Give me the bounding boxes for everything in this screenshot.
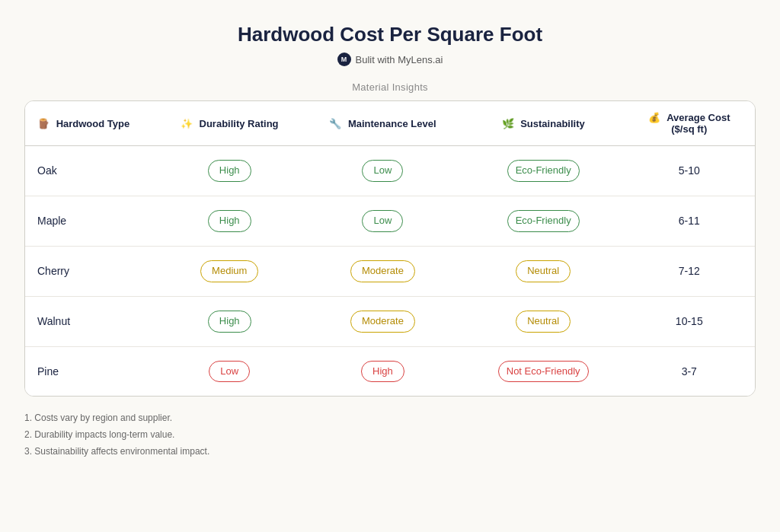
- table-header-row: 🪵 Hardwood Type ✨ Durability Rating 🔧 Ma…: [25, 101, 755, 146]
- durability-col-icon: ✨: [181, 118, 193, 129]
- footnotes: 1. Costs vary by region and supplier. 2.…: [24, 410, 756, 460]
- cell-durability-0: High: [156, 146, 302, 196]
- sustainability-badge-4: Not Eco-Friendly: [498, 361, 589, 383]
- sustainability-badge-0: Eco-Friendly: [507, 160, 580, 182]
- maintenance-col-label: Maintenance Level: [348, 118, 436, 129]
- section-label: Material Insights: [24, 81, 756, 93]
- cell-durability-1: High: [156, 196, 302, 246]
- durability-badge-0: High: [208, 160, 251, 182]
- maintenance-badge-4: High: [361, 361, 404, 383]
- durability-badge-3: High: [208, 311, 251, 333]
- col-header-durability: ✨ Durability Rating: [156, 101, 302, 146]
- built-with-text: Bulit with MyLens.ai: [356, 54, 443, 65]
- table-row: Pine Low High Not Eco-Friendly 3-7: [25, 346, 755, 396]
- sustainability-col-label: Sustainability: [520, 118, 585, 129]
- col-header-hardwood: 🪵 Hardwood Type: [25, 101, 156, 146]
- col-header-maintenance: 🔧 Maintenance Level: [302, 101, 463, 146]
- sustainability-col-icon: 🌿: [502, 118, 514, 129]
- table-body: Oak High Low Eco-Friendly 5-10 Maple Hig…: [25, 146, 755, 397]
- cell-cost-0: 5-10: [624, 146, 755, 196]
- durability-badge-2: Medium: [200, 260, 258, 282]
- hardwood-table: 🪵 Hardwood Type ✨ Durability Rating 🔧 Ma…: [25, 101, 755, 396]
- sustainability-badge-1: Eco-Friendly: [507, 210, 580, 232]
- sustainability-badge-3: Neutral: [516, 311, 571, 333]
- cell-durability-4: Low: [156, 346, 302, 396]
- page-title: Hardwood Cost Per Square Foot: [24, 23, 756, 46]
- table-row: Oak High Low Eco-Friendly 5-10: [25, 146, 755, 196]
- cost-col-label: Average Cost ($/sq ft): [667, 112, 730, 135]
- built-with-bar: M Bulit with MyLens.ai: [24, 53, 756, 66]
- cell-sustainability-0: Eco-Friendly: [463, 146, 624, 196]
- cell-sustainability-2: Neutral: [463, 246, 624, 296]
- sustainability-badge-2: Neutral: [516, 260, 571, 282]
- cell-cost-1: 6-11: [624, 196, 755, 246]
- col-header-sustainability: 🌿 Sustainability: [463, 101, 624, 146]
- table-row: Maple High Low Eco-Friendly 6-11: [25, 196, 755, 246]
- hardwood-col-icon: 🪵: [37, 118, 50, 129]
- cell-cost-4: 3-7: [624, 346, 755, 396]
- durability-col-label: Durability Rating: [200, 118, 279, 129]
- maintenance-badge-3: Moderate: [350, 311, 415, 333]
- cell-sustainability-4: Not Eco-Friendly: [463, 346, 624, 396]
- cell-name-4: Pine: [25, 346, 156, 396]
- page-container: Hardwood Cost Per Square Foot M Bulit wi…: [24, 23, 756, 460]
- cell-maintenance-2: Moderate: [302, 246, 463, 296]
- durability-badge-1: High: [208, 210, 251, 232]
- cell-maintenance-4: High: [302, 346, 463, 396]
- maintenance-col-icon: 🔧: [329, 118, 341, 129]
- maintenance-badge-2: Moderate: [350, 260, 415, 282]
- table-row: Walnut High Moderate Neutral 10-15: [25, 296, 755, 346]
- cell-name-1: Maple: [25, 196, 156, 246]
- cell-name-3: Walnut: [25, 296, 156, 346]
- maintenance-badge-0: Low: [362, 160, 403, 182]
- mylens-logo-icon: M: [337, 53, 351, 66]
- table-row: Cherry Medium Moderate Neutral 7-12: [25, 246, 755, 296]
- footnote-2: 2. Durability impacts long-term value.: [24, 427, 756, 444]
- cell-sustainability-1: Eco-Friendly: [463, 196, 624, 246]
- cell-name-0: Oak: [25, 146, 156, 196]
- col-header-cost: 💰 Average Cost ($/sq ft): [624, 101, 755, 146]
- cell-maintenance-1: Low: [302, 196, 463, 246]
- cell-durability-2: Medium: [156, 246, 302, 296]
- footnote-1: 1. Costs vary by region and supplier.: [24, 410, 756, 427]
- cell-name-2: Cherry: [25, 246, 156, 296]
- cell-cost-2: 7-12: [624, 246, 755, 296]
- footnote-3: 3. Sustainability affects environmental …: [24, 444, 756, 460]
- cell-maintenance-0: Low: [302, 146, 463, 196]
- data-table-wrapper: 🪵 Hardwood Type ✨ Durability Rating 🔧 Ma…: [24, 100, 756, 397]
- cell-sustainability-3: Neutral: [463, 296, 624, 346]
- cell-maintenance-3: Moderate: [302, 296, 463, 346]
- cell-durability-3: High: [156, 296, 302, 346]
- maintenance-badge-1: Low: [362, 210, 403, 232]
- hardwood-col-label: Hardwood Type: [56, 118, 130, 129]
- cost-col-icon: 💰: [648, 112, 660, 123]
- durability-badge-4: Low: [209, 361, 250, 383]
- cell-cost-3: 10-15: [624, 296, 755, 346]
